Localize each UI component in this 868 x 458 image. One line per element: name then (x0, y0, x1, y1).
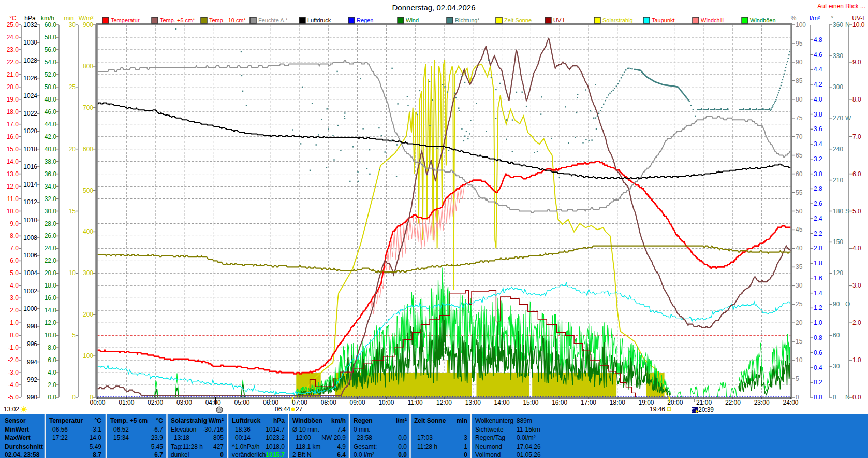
svg-text:1002: 1002 (23, 288, 37, 295)
svg-text:36.0: 36.0 (45, 170, 57, 178)
svg-text:2.0: 2.0 (814, 245, 822, 252)
svg-text:1008: 1008 (23, 234, 37, 241)
svg-text:Sichtweite: Sichtweite (475, 426, 504, 433)
svg-text:900: 900 (83, 21, 93, 28)
svg-text:100: 100 (796, 21, 806, 28)
svg-text:17.0: 17.0 (7, 121, 19, 128)
svg-text:0.0: 0.0 (814, 394, 822, 401)
svg-text:700: 700 (83, 104, 93, 111)
svg-text:-4.0: -4.0 (8, 381, 19, 389)
svg-text:30: 30 (796, 282, 803, 289)
svg-text:Tag:11:28 h: Tag:11:28 h (171, 443, 203, 450)
svg-text:180: 180 (833, 208, 843, 215)
svg-text:150: 150 (833, 238, 843, 246)
svg-text:W/m²: W/m² (209, 417, 224, 424)
svg-text:23.9: 23.9 (151, 434, 164, 441)
svg-text:40.0: 40.0 (45, 146, 57, 153)
svg-text:15.0: 15.0 (7, 146, 19, 153)
svg-text:Temp. -10 cm*: Temp. -10 cm* (209, 17, 246, 23)
svg-text:Luftdruck: Luftdruck (307, 17, 331, 23)
svg-text:38.0: 38.0 (45, 158, 57, 165)
svg-text:-2.0: -2.0 (8, 356, 19, 364)
svg-text:3.6: 3.6 (814, 125, 822, 133)
svg-text:12.0: 12.0 (7, 183, 19, 190)
svg-text:200: 200 (83, 311, 93, 318)
svg-text:21:00: 21:00 (696, 399, 712, 406)
svg-text:Ø 10 min.: Ø 10 min. (292, 426, 319, 433)
svg-text:00:00: 00:00 (90, 399, 105, 406)
svg-text:805: 805 (213, 434, 224, 441)
svg-text:hPa: hPa (24, 15, 36, 22)
svg-text:8.7: 8.7 (93, 451, 101, 458)
svg-text:360: 360 (833, 21, 843, 28)
svg-text:06:00: 06:00 (263, 399, 278, 406)
svg-text:01.05.26: 01.05.26 (517, 451, 541, 458)
svg-text:992: 992 (27, 376, 37, 383)
svg-text:300: 300 (83, 269, 93, 277)
svg-text:0.0: 0.0 (48, 394, 56, 401)
svg-text:°C: °C (9, 15, 17, 22)
svg-text:1030: 1030 (23, 39, 37, 46)
svg-text:Temp. +5 cm*: Temp. +5 cm* (160, 17, 195, 23)
svg-text:UV-I: UV-I (852, 15, 864, 22)
svg-text:01:00: 01:00 (119, 399, 134, 406)
svg-text:1004: 1004 (23, 269, 37, 277)
svg-text:Windchill: Windchill (701, 17, 724, 23)
svg-text:3.2: 3.2 (814, 155, 822, 163)
svg-text:12:00: 12:00 (296, 434, 311, 441)
svg-text:10.0: 10.0 (45, 332, 57, 339)
svg-text:1016: 1016 (23, 163, 37, 170)
svg-text:0 min.: 0 min. (354, 426, 371, 433)
svg-text:1.2: 1.2 (814, 304, 822, 311)
svg-text:0.0: 0.0 (398, 443, 407, 450)
svg-text:30.0: 30.0 (45, 208, 57, 215)
svg-text:°C: °C (95, 417, 102, 424)
svg-text:11:00: 11:00 (408, 399, 423, 406)
svg-text:l/m²: l/m² (396, 417, 407, 424)
svg-text:Regen/Tag: Regen/Tag (475, 434, 505, 441)
svg-text:2.6: 2.6 (814, 200, 822, 207)
svg-text:70: 70 (796, 133, 803, 140)
svg-text:1028: 1028 (23, 57, 37, 64)
svg-text:600: 600 (83, 146, 93, 153)
svg-text:Durchschnitt: Durchschnitt (5, 443, 43, 450)
svg-text:998: 998 (27, 323, 37, 330)
svg-text:17:00: 17:00 (581, 399, 596, 406)
svg-text:Solarstrahlg: Solarstrahlg (171, 417, 207, 424)
svg-text:Temperatur: Temperatur (111, 17, 140, 23)
svg-text:15:00: 15:00 (523, 399, 538, 406)
svg-text:°C: °C (156, 417, 164, 424)
svg-text:85: 85 (796, 77, 803, 84)
svg-text:27: 27 (296, 406, 303, 413)
svg-text:7.0: 7.0 (852, 133, 861, 140)
svg-text:270: 270 (833, 115, 843, 122)
svg-text:Vollmond: Vollmond (475, 451, 501, 458)
svg-text:24.0: 24.0 (7, 34, 19, 41)
svg-text:3.4: 3.4 (814, 140, 822, 148)
svg-text:14:00: 14:00 (494, 399, 510, 406)
svg-text:1020: 1020 (23, 127, 37, 135)
svg-text:10.0: 10.0 (7, 208, 19, 215)
svg-text:46.0: 46.0 (45, 108, 57, 116)
svg-text:42.0: 42.0 (45, 133, 57, 140)
svg-text:-1.0: -1.0 (8, 344, 19, 351)
svg-text:80: 80 (796, 96, 803, 103)
svg-text:55: 55 (796, 189, 803, 196)
svg-text:5: 5 (796, 375, 799, 382)
svg-text:23.0: 23.0 (7, 46, 19, 53)
svg-text:23:00: 23:00 (754, 399, 770, 406)
svg-text:11-15km: 11-15km (517, 426, 540, 433)
svg-text:12:00: 12:00 (436, 399, 452, 406)
svg-text:20:39: 20:39 (698, 406, 714, 413)
svg-text:16.0: 16.0 (45, 294, 57, 302)
svg-text:0.0: 0.0 (398, 451, 407, 458)
svg-text:40: 40 (796, 245, 803, 252)
svg-text:5.45: 5.45 (151, 443, 164, 450)
svg-text:5.0: 5.0 (10, 269, 19, 277)
svg-text:400: 400 (83, 228, 93, 235)
svg-text:min: min (64, 15, 73, 22)
svg-text:3.8: 3.8 (814, 111, 822, 118)
svg-text:MaxWert: MaxWert (5, 434, 31, 441)
svg-text:2.0: 2.0 (852, 319, 861, 326)
svg-text:2.0: 2.0 (48, 381, 56, 389)
